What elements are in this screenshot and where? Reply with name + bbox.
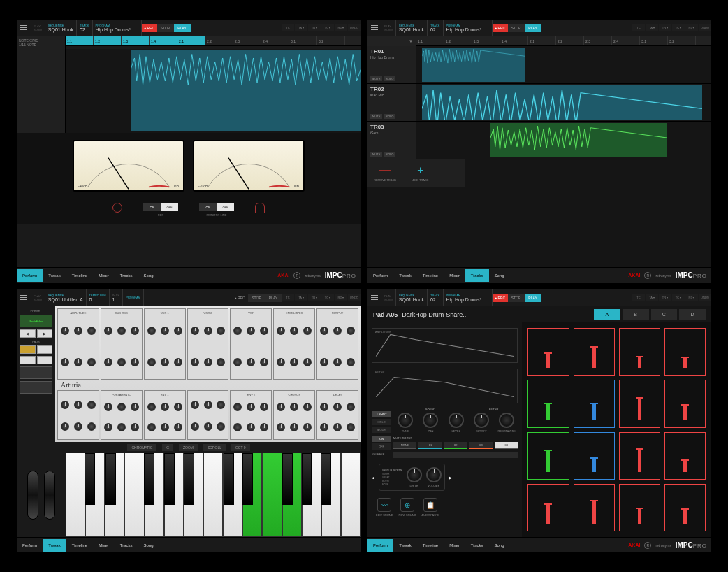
synth-knob[interactable] — [247, 423, 255, 431]
synth-knob[interactable] — [260, 327, 268, 335]
synth-knob[interactable] — [217, 401, 225, 409]
program-field[interactable]: PROGRAM — [123, 289, 144, 306]
mod-wheel[interactable] — [27, 471, 38, 520]
synth-knob[interactable] — [233, 403, 242, 411]
ruler-tick[interactable]: 1.3 — [122, 36, 150, 45]
drum-pad[interactable] — [527, 432, 569, 480]
black-key[interactable] — [321, 453, 331, 505]
synth-knob[interactable] — [290, 423, 298, 431]
synth-knob[interactable] — [74, 358, 82, 366]
synth-knob[interactable] — [161, 403, 169, 411]
play-song-toggle[interactable]: PLAYSONG — [31, 289, 45, 306]
stop-button[interactable]: STOP — [508, 24, 525, 32]
toolbar-mini-button[interactable]: RD ▾ — [335, 24, 347, 31]
stop-button[interactable]: STOP — [157, 24, 174, 32]
tab-tweak[interactable]: Tweak — [393, 539, 416, 552]
toolbar-mini-button[interactable]: TC — [282, 24, 294, 31]
timeline-ruler[interactable]: 1.11.21.31.42.12.22.32.43.13.2 — [416, 36, 711, 46]
ruler-tick[interactable]: 1.2 — [94, 36, 122, 45]
black-key[interactable] — [242, 453, 253, 505]
synth-knob[interactable] — [61, 358, 69, 366]
tab-timeline[interactable]: Timeline — [417, 269, 444, 282]
record-button[interactable]: ● REC — [493, 24, 508, 32]
synth-knob[interactable] — [277, 403, 285, 411]
ruler-tick[interactable]: 2.2 — [205, 36, 233, 45]
ruler-tick[interactable]: 1.1 — [66, 36, 94, 45]
drum-pad[interactable] — [574, 432, 615, 480]
mute-button[interactable]: MUTE — [370, 114, 382, 119]
black-key[interactable] — [184, 453, 194, 505]
program-field[interactable]: PROGRAMHip Hop Drums* — [444, 289, 493, 306]
synth-knob[interactable] — [333, 327, 342, 335]
solo-button[interactable]: SOLO — [384, 114, 395, 119]
synth-knob[interactable] — [61, 422, 69, 431]
synth-knob[interactable] — [104, 358, 112, 366]
synth-knob[interactable] — [303, 423, 312, 431]
drum-pad[interactable] — [664, 432, 706, 480]
black-key[interactable] — [105, 453, 116, 505]
toolbar-mini-button[interactable]: TA ▾ — [295, 294, 307, 301]
level-knob[interactable]: LEVEL — [445, 413, 467, 433]
sequence-field[interactable]: SEQUENCESQ01 Untitled A — [45, 289, 87, 306]
pad-c-button[interactable] — [20, 356, 36, 364]
drum-pad[interactable] — [619, 380, 660, 427]
tab-mixer[interactable]: Mixer — [444, 269, 465, 282]
synth-knob[interactable] — [87, 401, 96, 409]
track-lane[interactable] — [416, 122, 711, 159]
synth-knob[interactable] — [61, 401, 69, 409]
pad-a-button[interactable] — [20, 345, 36, 354]
preset-next-button[interactable]: ▶ — [37, 329, 53, 338]
synth-knob[interactable] — [161, 423, 169, 431]
menu-icon[interactable] — [367, 25, 381, 30]
drum-pad[interactable] — [619, 328, 660, 376]
rec-switch[interactable]: ONOFFREC — [143, 203, 178, 217]
toolbar-mini-button[interactable]: TR ▾ — [308, 24, 321, 31]
toolbar-mini-button[interactable]: TR ▾ — [308, 294, 321, 301]
drive-knob[interactable]: DRIVE — [407, 467, 422, 487]
record-button[interactable]: ● REC — [493, 294, 508, 302]
toolbar-mini-button[interactable]: TC — [282, 294, 294, 301]
keyboard-tool[interactable]: ZOOM — [179, 444, 198, 451]
pitch-wheel[interactable] — [44, 471, 55, 520]
new-sound-button[interactable]: ⊕NEW SOUND — [399, 498, 416, 517]
synth-knob[interactable] — [290, 327, 298, 335]
ruler-tick[interactable]: 1.2 — [444, 36, 472, 45]
audiopaste-button[interactable]: 📋AUDIOPASTE — [422, 498, 440, 517]
synth-knob[interactable] — [217, 358, 225, 366]
pan-knob[interactable]: PAN — [419, 413, 442, 433]
pad-b-button[interactable] — [37, 345, 53, 354]
ruler-tick[interactable]: 3.1 — [289, 36, 317, 45]
ruler-tick[interactable]: 3.1 — [640, 36, 668, 45]
synth-knob[interactable] — [147, 403, 156, 411]
toolbar-mini-button[interactable]: UNDO — [699, 294, 711, 301]
synth-knob[interactable] — [87, 358, 96, 366]
white-key[interactable] — [262, 453, 282, 537]
toolbar-mini-button[interactable]: TA ▾ — [295, 24, 307, 31]
synth-knob[interactable] — [131, 358, 139, 366]
synth-knob[interactable] — [61, 327, 69, 335]
synth-knob[interactable] — [191, 358, 199, 366]
synth-knob[interactable] — [117, 327, 126, 335]
synth-knob[interactable] — [233, 358, 242, 366]
stop-button[interactable]: STOP — [508, 294, 525, 302]
synth-knob[interactable] — [347, 423, 355, 431]
track-header[interactable]: TR01Hip Hop DrumsMUTESOLO — [367, 46, 416, 83]
synth-knob[interactable] — [347, 403, 355, 411]
amplitude-envelope[interactable]: AMPLITUDE — [372, 328, 518, 363]
bank-button[interactable]: D — [679, 309, 706, 320]
synth-knob[interactable] — [74, 327, 82, 335]
release-slider[interactable] — [393, 452, 518, 458]
synth-knob[interactable] — [347, 358, 355, 366]
remove-track-button[interactable]: —REMOVE TRACK — [367, 159, 402, 187]
ruler-tick[interactable]: 2.2 — [556, 36, 584, 45]
record-button[interactable]: ● REC — [142, 24, 157, 32]
synth-knob[interactable] — [174, 327, 182, 335]
edit-sound-button[interactable]: 〰EDIT SOUND — [376, 498, 393, 517]
toolbar-mini-button[interactable]: UNDO — [348, 24, 361, 31]
tab-tracks[interactable]: Tracks — [115, 539, 138, 552]
tab-tracks[interactable]: Tracks — [465, 539, 489, 552]
mute-group-button[interactable]: 01 — [418, 442, 442, 449]
synth-knob[interactable] — [104, 327, 112, 335]
toolbar-mini-button[interactable]: TR ▾ — [659, 24, 671, 31]
synth-knob[interactable] — [260, 358, 268, 366]
